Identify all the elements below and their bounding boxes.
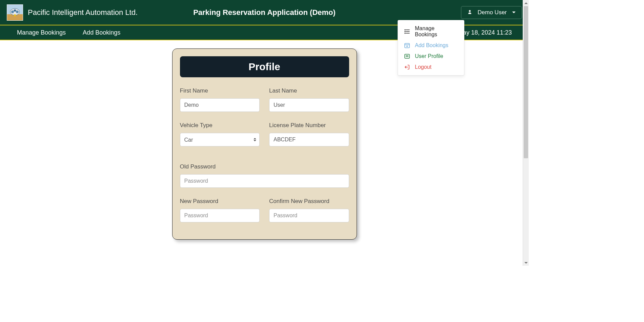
nav-add-bookings[interactable]: Add Bookings — [83, 29, 120, 36]
profile-card: Profile First Name Last Name Vehicle Typ… — [172, 48, 357, 240]
dropdown-item-label: Add Bookings — [415, 42, 448, 48]
app-title: Parking Reservation Application (Demo) — [193, 8, 336, 17]
license-plate-input[interactable] — [269, 133, 349, 146]
old-password-input[interactable] — [180, 174, 349, 188]
new-password-label: New Password — [180, 198, 260, 205]
logout-icon — [404, 64, 410, 70]
user-icon — [467, 9, 472, 16]
svg-point-10 — [405, 33, 405, 34]
dropdown-item-label: Logout — [415, 64, 431, 70]
dropdown-manage-bookings[interactable]: Manage Bookings — [398, 23, 464, 40]
svg-point-8 — [405, 31, 405, 32]
last-name-label: Last Name — [269, 87, 349, 94]
confirm-password-input[interactable] — [269, 209, 349, 222]
profile-card-icon — [404, 53, 410, 59]
svg-point-2 — [16, 11, 19, 13]
scroll-up-arrow[interactable] — [523, 0, 529, 6]
dropdown-user-profile[interactable]: User Profile — [398, 51, 464, 62]
vehicle-type-select[interactable]: Car — [180, 133, 260, 146]
dropdown-add-bookings[interactable]: Add Bookings — [398, 40, 464, 51]
new-password-input[interactable] — [180, 209, 260, 222]
last-name-input[interactable] — [269, 98, 349, 112]
svg-point-6 — [405, 29, 405, 30]
dropdown-item-label: Manage Bookings — [415, 25, 458, 38]
svg-rect-4 — [14, 10, 16, 11]
license-plate-label: License Plate Number — [269, 122, 349, 129]
dropdown-logout[interactable]: Logout — [398, 62, 464, 73]
caret-down-icon — [512, 12, 516, 13]
vehicle-type-label: Vehicle Type — [180, 122, 260, 129]
svg-point-1 — [11, 11, 14, 13]
dropdown-item-label: User Profile — [415, 53, 443, 59]
card-title: Profile — [180, 56, 349, 77]
old-password-label: Old Password — [180, 163, 349, 170]
first-name-input[interactable] — [180, 98, 260, 112]
first-name-label: First Name — [180, 87, 260, 94]
company-logo — [7, 4, 23, 21]
scroll-track[interactable] — [523, 6, 529, 260]
vertical-scrollbar[interactable] — [523, 0, 529, 266]
company-name: Pacific Intelligent Automation Ltd. — [28, 8, 138, 17]
calendar-plus-icon — [404, 42, 410, 48]
user-menu-button[interactable]: Demo User — [461, 6, 522, 19]
scroll-thumb[interactable] — [524, 6, 528, 158]
user-menu-label: Demo User — [478, 9, 507, 16]
svg-rect-16 — [405, 54, 409, 58]
svg-point-5 — [14, 14, 16, 16]
user-dropdown-menu: Manage Bookings Add Bookings — [398, 20, 464, 76]
scroll-down-arrow[interactable] — [523, 260, 529, 266]
confirm-password-label: Confirm New Password — [269, 198, 349, 205]
list-icon — [404, 28, 410, 35]
nav-manage-bookings[interactable]: Manage Bookings — [17, 29, 66, 36]
